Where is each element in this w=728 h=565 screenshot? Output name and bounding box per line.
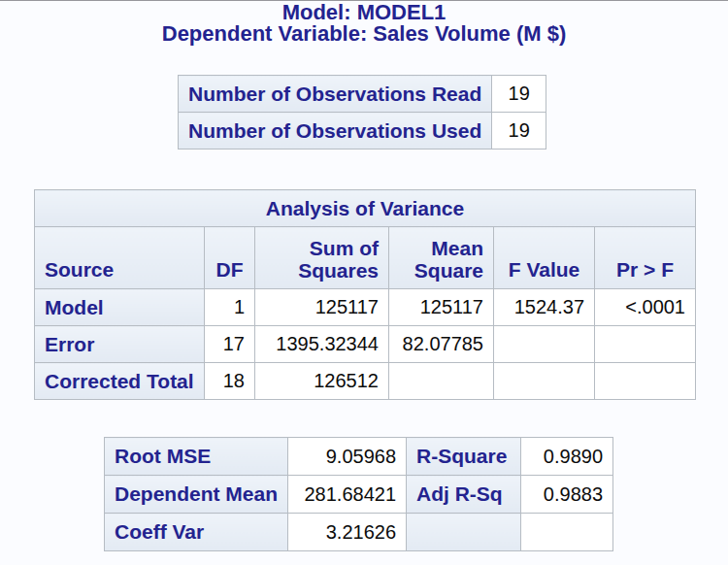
- total-pr-f: [595, 363, 696, 400]
- coeff-var-label: Coeff Var: [105, 514, 288, 551]
- total-mean-square: [389, 363, 494, 400]
- coeff-var-value: 3.21626: [288, 514, 407, 551]
- error-mean-square: 82.07785: [389, 326, 494, 363]
- row-header-corrected-total: Corrected Total: [35, 363, 205, 400]
- observations-table: Number of Observations Read 19 Number of…: [178, 75, 546, 150]
- anova-title: Analysis of Variance: [35, 190, 696, 227]
- col-header-source: Source: [35, 227, 205, 289]
- table-row: Corrected Total 18 126512: [35, 363, 696, 400]
- analysis-of-variance-table: Analysis of Variance Source DF Sum of Sq…: [34, 189, 696, 400]
- table-row: Number of Observations Used 19: [179, 113, 546, 150]
- table-row: Dependent Mean 281.68421 Adj R-Sq 0.9883: [105, 476, 613, 514]
- dependent-mean-label: Dependent Mean: [105, 476, 288, 514]
- adj-r-sq-value: 0.9883: [521, 476, 613, 514]
- error-df: 17: [205, 326, 255, 363]
- model-df: 1: [205, 289, 255, 326]
- col-header-df: DF: [205, 227, 255, 289]
- r-square-value: 0.9890: [521, 438, 613, 476]
- table-row: Number of Observations Read 19: [179, 76, 546, 113]
- adj-r-sq-label: Adj R-Sq: [407, 476, 521, 514]
- model-sum-squares: 125117: [255, 289, 389, 326]
- obs-read-value: 19: [492, 76, 546, 113]
- table-row: Coeff Var 3.21626: [105, 514, 613, 551]
- col-header-sum-of-squares: Sum of Squares: [255, 227, 389, 289]
- fit-statistics-table: Root MSE 9.05968 R-Square 0.9890 Depende…: [104, 437, 613, 551]
- col-header-pr-f: Pr > F: [595, 227, 696, 289]
- col-header-f-value: F Value: [494, 227, 595, 289]
- root-mse-label: Root MSE: [105, 438, 288, 476]
- dependent-variable-title: Dependent Variable: Sales Volume (M $): [0, 23, 728, 45]
- total-f-value: [494, 363, 595, 400]
- row-header-model: Model: [35, 289, 205, 326]
- row-header-error: Error: [35, 326, 205, 363]
- total-df: 18: [205, 363, 255, 400]
- model-pr-f: <.0001: [595, 289, 696, 326]
- obs-used-value: 19: [492, 113, 546, 150]
- obs-read-label: Number of Observations Read: [179, 76, 492, 113]
- model-f-value: 1524.37: [494, 289, 595, 326]
- r-square-label: R-Square: [407, 438, 521, 476]
- model-title: Model: MODEL1: [0, 2, 728, 23]
- model-mean-square: 125117: [389, 289, 494, 326]
- table-row: Model 1 125117 125117 1524.37 <.0001: [35, 289, 696, 326]
- total-sum-squares: 126512: [255, 363, 389, 400]
- table-row: Root MSE 9.05968 R-Square 0.9890: [105, 438, 613, 476]
- table-row: Error 17 1395.32344 82.07785: [35, 326, 696, 363]
- root-mse-value: 9.05968: [288, 438, 407, 476]
- sas-output-page: Model: MODEL1 Dependent Variable: Sales …: [0, 0, 728, 565]
- report-title-block: Model: MODEL1 Dependent Variable: Sales …: [0, 1, 728, 45]
- error-pr-f: [595, 326, 696, 363]
- error-f-value: [494, 326, 595, 363]
- empty-label-cell: [407, 514, 521, 551]
- obs-used-label: Number of Observations Used: [179, 113, 492, 150]
- error-sum-squares: 1395.32344: [255, 326, 389, 363]
- table-header-row: Source DF Sum of Squares Mean Square F V…: [35, 227, 696, 289]
- col-header-mean-square: Mean Square: [389, 227, 494, 289]
- empty-value-cell: [521, 514, 613, 551]
- dependent-mean-value: 281.68421: [288, 476, 407, 514]
- table-title-row: Analysis of Variance: [35, 190, 696, 227]
